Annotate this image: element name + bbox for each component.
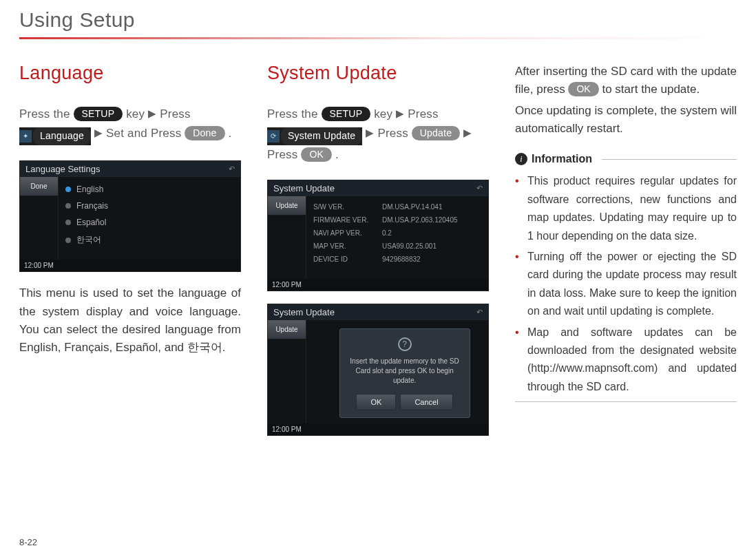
dialog-cancel-button[interactable]: Cancel (400, 394, 452, 410)
step-text: key (126, 107, 148, 120)
language-option-espanol[interactable]: Español (65, 214, 233, 231)
version-value: DM.USA.PV.14.041 (382, 203, 442, 211)
back-icon: ↶ (229, 165, 235, 174)
language-label: English (76, 185, 103, 194)
version-value: USA99.02.25.001 (382, 242, 437, 250)
language-label: Français (76, 201, 108, 211)
step-text: Press (377, 127, 411, 140)
screenshot-update-button[interactable]: Update (268, 196, 306, 216)
section-heading-language: Language (19, 63, 241, 84)
key-ok: OK (301, 147, 332, 162)
update-restart-text: Once updating is complete, the system wi… (515, 102, 737, 138)
arrow-icon: ▶ (366, 127, 374, 138)
info-icon: i (515, 153, 527, 165)
information-label: Information (532, 153, 592, 165)
screenshot-clock: 12:00 PM (20, 260, 240, 271)
screenshot-header: Language Settings ↶ (20, 161, 240, 177)
screenshot-update-button[interactable]: Update (268, 320, 306, 339)
step-text: . (229, 127, 232, 140)
list-item: •Turning off the power or ejecting the S… (515, 248, 737, 321)
menu-language-label: Language (33, 127, 91, 145)
version-row: MAP VER.USA99.02.25.001 (313, 240, 481, 253)
version-key: S/W VER. (313, 203, 382, 211)
version-row: NAVI APP VER.0.2 (313, 227, 481, 240)
arrow-icon: ▶ (463, 127, 472, 138)
screenshot-system-update-info: System Update ↶ Update S/W VER.DM.USA.PV… (267, 180, 489, 291)
menu-system-update-label: System Update (281, 127, 362, 145)
radio-unselected-icon (65, 203, 71, 209)
bullet-text: Map and software updates can be download… (527, 324, 737, 397)
screenshot-done-button[interactable]: Done (20, 177, 58, 196)
step-text: Press (267, 148, 301, 161)
step-text: Press (160, 107, 190, 120)
version-key: MAP VER. (313, 242, 382, 250)
key-update: Update (412, 126, 460, 140)
language-option-francais[interactable]: Français (65, 198, 233, 214)
bullet-marker: • (515, 324, 527, 397)
step-text: . (335, 148, 339, 161)
version-value: 9429688832 (382, 255, 421, 263)
update-intro: After inserting the SD card with the upd… (515, 63, 737, 99)
version-value: DM.USA.P2.063.120405 (382, 216, 458, 224)
arrow-icon: ▶ (94, 127, 103, 138)
screenshot-title: System Update (273, 307, 335, 317)
version-row: S/W VER.DM.USA.PV.14.041 (313, 200, 481, 213)
dialog-ok-button[interactable]: OK (356, 394, 396, 410)
bullet-text: Turning off the power or ejecting the SD… (527, 248, 737, 321)
section-heading-system-update: System Update (267, 63, 489, 84)
information-heading: i Information (515, 153, 737, 165)
arrow-icon: ▶ (148, 107, 156, 119)
screenshot-main: S/W VER.DM.USA.PV.14.041 FIRMWARE VER.DM… (306, 196, 488, 279)
screenshot-clock: 12:00 PM (268, 423, 488, 435)
screenshot-main: English Français Español 한국어 (59, 177, 240, 260)
screenshot-clock: 12:00 PM (268, 279, 488, 291)
screenshot-header: System Update ↶ (268, 180, 488, 196)
screenshot-header: System Update ↶ (268, 304, 488, 320)
globe-icon: ✦ (19, 130, 32, 143)
list-item: •Map and software updates can be downloa… (515, 324, 737, 397)
language-description: This menu is used to set the language of… (19, 284, 241, 357)
screenshot-sidebar: Update (268, 320, 306, 423)
key-ok: OK (568, 82, 598, 96)
menu-system-update-pill: ⟳ System Update (267, 127, 362, 145)
screenshot-sidebar: Update (268, 196, 306, 279)
step-text: Set and Press (106, 127, 185, 140)
bullet-marker: • (515, 248, 527, 321)
content-columns: Language Press the SETUP key ▶ Press ✦ L… (19, 63, 737, 448)
page-number: 8-22 (19, 537, 37, 547)
title-divider (19, 37, 737, 39)
page-title: Using Setup (19, 8, 737, 32)
bullet-marker: • (515, 172, 527, 245)
intro-text: to start the update. (602, 83, 700, 96)
language-option-english[interactable]: English (65, 181, 233, 198)
update-icon: ⟳ (267, 130, 280, 143)
screenshot-title: Language Settings (25, 164, 100, 174)
question-icon: ? (398, 337, 412, 351)
key-setup: SETUP (74, 107, 123, 121)
language-label: 한국어 (76, 234, 101, 246)
column-system-update: System Update Press the SETUP key ▶ Pres… (267, 63, 489, 448)
radio-unselected-icon (65, 238, 71, 243)
language-option-korean[interactable]: 한국어 (65, 231, 233, 249)
menu-language-pill: ✦ Language (19, 127, 91, 145)
version-value: 0.2 (382, 229, 392, 237)
column-info: After inserting the SD card with the upd… (515, 63, 737, 448)
version-key: NAVI APP VER. (313, 229, 382, 237)
list-item: •This product requires regular updates f… (515, 172, 737, 245)
back-icon: ↶ (476, 308, 483, 317)
screenshot-title: System Update (273, 183, 335, 193)
version-row: FIRMWARE VER.DM.USA.P2.063.120405 (313, 213, 481, 227)
arrow-icon: ▶ (396, 107, 404, 119)
version-row: DEVICE ID9429688832 (313, 253, 481, 266)
screenshot-system-update-dialog: System Update ↶ Update ? Insert the upda… (267, 304, 489, 436)
divider (602, 159, 737, 160)
step-text: Press the (19, 107, 74, 120)
screenshot-language-settings: Language Settings ↶ Done English Françai… (19, 160, 241, 272)
screenshot-main: ? Insert the update memory to the SD Car… (306, 320, 488, 423)
key-done: Done (185, 126, 224, 140)
step-text: Press the (267, 107, 322, 120)
step-text: key (374, 107, 396, 120)
step-text: Press (408, 107, 438, 120)
system-update-steps: Press the SETUP key ▶ Press ⟳ System Upd… (267, 105, 489, 165)
column-language: Language Press the SETUP key ▶ Press ✦ L… (19, 63, 241, 448)
